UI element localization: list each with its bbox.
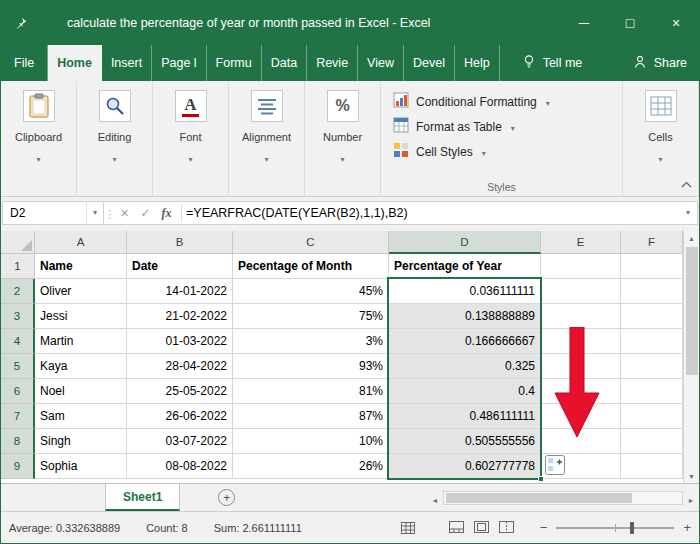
- tab-developer[interactable]: Devel: [404, 45, 455, 81]
- row-header-6[interactable]: 6: [1, 379, 35, 404]
- cell-F2[interactable]: [621, 279, 683, 304]
- maximize-button[interactable]: □: [607, 1, 653, 45]
- cell-D4[interactable]: 0.166666667: [389, 329, 541, 354]
- cell-C4[interactable]: 3%: [233, 329, 389, 354]
- tab-help[interactable]: Help: [455, 45, 500, 81]
- scroll-left-icon[interactable]: [427, 489, 443, 507]
- cell-E3[interactable]: [541, 304, 621, 329]
- minimize-button[interactable]: ─: [561, 1, 607, 45]
- horizontal-scrollbar[interactable]: [427, 484, 699, 511]
- cancel-icon[interactable]: [114, 205, 135, 221]
- select-all-corner[interactable]: [1, 231, 35, 254]
- column-header-A[interactable]: A: [35, 231, 127, 254]
- column-header-F[interactable]: F: [621, 231, 683, 254]
- cell-F1[interactable]: [621, 254, 683, 279]
- row-header-8[interactable]: 8: [1, 429, 35, 454]
- group-editing[interactable]: Editing: [77, 81, 153, 196]
- row-header-1[interactable]: 1: [1, 254, 35, 279]
- cell-C8[interactable]: 10%: [233, 429, 389, 454]
- cell-B8[interactable]: 03-07-2022: [127, 429, 233, 454]
- column-header-E[interactable]: E: [541, 231, 621, 254]
- cell-A6[interactable]: Noel: [35, 379, 127, 404]
- column-header-D[interactable]: D: [389, 231, 541, 254]
- tell-me-button[interactable]: Tell me: [512, 45, 593, 81]
- cell-F6[interactable]: [621, 379, 683, 404]
- cell-D7[interactable]: 0.486111111: [389, 404, 541, 429]
- cell-D3[interactable]: 0.138888889: [389, 304, 541, 329]
- cell-F8[interactable]: [621, 429, 683, 454]
- insert-function-icon[interactable]: [156, 206, 177, 221]
- collapse-ribbon-button[interactable]: [681, 174, 692, 192]
- zoom-out-button[interactable]: [540, 520, 548, 535]
- cell-F9[interactable]: [621, 454, 683, 479]
- cell-A4[interactable]: Martin: [35, 329, 127, 354]
- cell-A2[interactable]: Oliver: [35, 279, 127, 304]
- zoom-in-button[interactable]: [683, 520, 691, 535]
- cell-D2[interactable]: 0.036111111: [389, 279, 541, 304]
- cell-C7[interactable]: 87%: [233, 404, 389, 429]
- tab-data[interactable]: Data: [262, 45, 307, 81]
- cell-A8[interactable]: Singh: [35, 429, 127, 454]
- cell-B1[interactable]: Date: [127, 254, 233, 279]
- group-alignment[interactable]: Alignment: [229, 81, 305, 196]
- cell-styles-button[interactable]: Cell Styles: [393, 139, 622, 164]
- format-as-table-button[interactable]: Format as Table: [393, 114, 622, 139]
- cell-C2[interactable]: 45%: [233, 279, 389, 304]
- tab-review[interactable]: Revie: [307, 45, 358, 81]
- new-sheet-button[interactable]: +: [218, 489, 235, 506]
- cell-F5[interactable]: [621, 354, 683, 379]
- normal-view-icon[interactable]: [449, 521, 464, 535]
- column-header-C[interactable]: C: [233, 231, 389, 254]
- cell-D6[interactable]: 0.4: [389, 379, 541, 404]
- group-number[interactable]: % Number: [305, 81, 381, 196]
- zoom-slider[interactable]: [556, 527, 674, 529]
- cell-B7[interactable]: 26-06-2022: [127, 404, 233, 429]
- cell-A9[interactable]: Sophia: [35, 454, 127, 479]
- autofill-options-button[interactable]: [545, 455, 565, 475]
- cell-B2[interactable]: 14-01-2022: [127, 279, 233, 304]
- row-header-2[interactable]: 2: [1, 279, 35, 304]
- cell-D5[interactable]: 0.325: [389, 354, 541, 379]
- zoom-slider-handle[interactable]: [630, 522, 634, 534]
- conditional-formatting-button[interactable]: Conditional Formatting: [393, 89, 622, 114]
- cell-E1[interactable]: [541, 254, 621, 279]
- cell-F7[interactable]: [621, 404, 683, 429]
- row-header-4[interactable]: 4: [1, 329, 35, 354]
- page-layout-view-icon[interactable]: [474, 521, 489, 535]
- scroll-down-icon[interactable]: [684, 469, 699, 483]
- cell-E2[interactable]: [541, 279, 621, 304]
- cell-F3[interactable]: [621, 304, 683, 329]
- row-header-9[interactable]: 9: [1, 454, 35, 479]
- cell-B4[interactable]: 01-03-2022: [127, 329, 233, 354]
- group-font[interactable]: A Font: [153, 81, 229, 196]
- cell-A3[interactable]: Jessi: [35, 304, 127, 329]
- horizontal-scroll-track[interactable]: [443, 491, 683, 505]
- formula-input[interactable]: =YEARFRAC(DATE(YEAR(B2),1,1),B2): [186, 206, 679, 220]
- cell-B9[interactable]: 08-08-2022: [127, 454, 233, 479]
- row-header-5[interactable]: 5: [1, 354, 35, 379]
- expand-formula-bar-icon[interactable]: [679, 209, 697, 217]
- page-break-view-icon[interactable]: [499, 521, 514, 535]
- column-header-B[interactable]: B: [127, 231, 233, 254]
- tab-insert[interactable]: Insert: [102, 45, 152, 81]
- vertical-scroll-thumb[interactable]: [686, 247, 698, 375]
- name-box[interactable]: D2: [2, 201, 104, 225]
- tab-file[interactable]: File: [1, 45, 48, 81]
- group-clipboard[interactable]: Clipboard: [1, 81, 77, 196]
- cell-D8[interactable]: 0.505555556: [389, 429, 541, 454]
- share-button[interactable]: Share: [633, 45, 687, 81]
- cell-B5[interactable]: 28-04-2022: [127, 354, 233, 379]
- cell-C1[interactable]: Pecentage of Month: [233, 254, 389, 279]
- close-button[interactable]: ×: [653, 1, 699, 45]
- row-header-7[interactable]: 7: [1, 404, 35, 429]
- cell-A7[interactable]: Sam: [35, 404, 127, 429]
- cell-F4[interactable]: [621, 329, 683, 354]
- cell-A1[interactable]: Name: [35, 254, 127, 279]
- cell-B3[interactable]: 21-02-2022: [127, 304, 233, 329]
- grid-view-icon[interactable]: [401, 522, 415, 534]
- cell-C6[interactable]: 81%: [233, 379, 389, 404]
- cell-C9[interactable]: 26%: [233, 454, 389, 479]
- vertical-scrollbar[interactable]: [683, 231, 699, 483]
- tab-home[interactable]: Home: [48, 45, 102, 81]
- sheet-tab-sheet1[interactable]: Sheet1: [105, 484, 180, 511]
